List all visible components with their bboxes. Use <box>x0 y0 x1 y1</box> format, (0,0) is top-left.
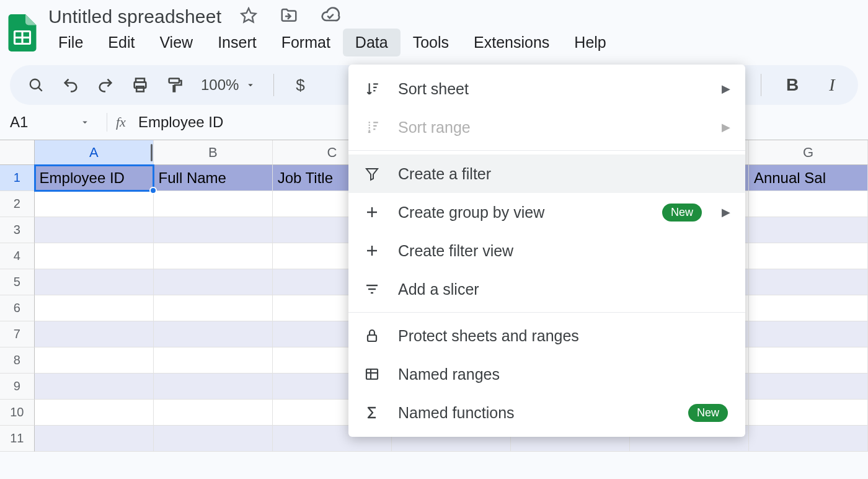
star-icon[interactable] <box>240 7 257 24</box>
cell[interactable] <box>749 295 868 321</box>
svg-line-5 <box>38 87 42 91</box>
cell[interactable] <box>154 217 273 243</box>
name-box[interactable]: A1 <box>9 114 102 131</box>
menu-help[interactable]: Help <box>562 29 618 56</box>
cell[interactable] <box>154 269 273 295</box>
cell[interactable] <box>749 217 868 243</box>
search-icon[interactable] <box>22 71 50 99</box>
menu-data[interactable]: Data <box>343 29 401 56</box>
cell[interactable] <box>749 191 868 217</box>
row-header-10[interactable]: 10 <box>0 400 35 426</box>
row-header-1[interactable]: 1 <box>0 165 35 191</box>
cell[interactable] <box>749 321 868 347</box>
col-header-B[interactable]: B <box>154 140 273 165</box>
cell[interactable] <box>749 269 868 295</box>
menu-protect-sheets[interactable]: Protect sheets and ranges <box>348 316 745 355</box>
submenu-arrow-icon: ▶ <box>722 120 730 134</box>
cell[interactable] <box>35 295 154 321</box>
cell[interactable] <box>35 374 154 400</box>
menu-tools[interactable]: Tools <box>401 29 461 56</box>
svg-point-4 <box>30 79 40 89</box>
menu-named-ranges[interactable]: Named ranges <box>348 355 745 393</box>
svg-rect-9 <box>169 79 179 83</box>
cell[interactable] <box>154 321 273 347</box>
row-header-8[interactable]: 8 <box>0 347 35 374</box>
cell[interactable] <box>154 426 273 452</box>
cell[interactable] <box>749 347 868 374</box>
row-header-2[interactable]: 2 <box>0 191 35 217</box>
menu-separator <box>348 150 745 151</box>
toolbar-separator <box>761 74 761 96</box>
sort-sheet-icon <box>363 80 381 97</box>
cell[interactable] <box>35 347 154 374</box>
svg-rect-26 <box>368 335 376 341</box>
zoom-select[interactable]: 100% <box>196 76 261 94</box>
cell[interactable] <box>35 426 154 452</box>
menu-create-group-view[interactable]: Create group by view New ▶ <box>348 193 745 231</box>
redo-icon[interactable] <box>92 71 119 99</box>
toolbar-separator <box>273 74 274 96</box>
menu-sort-sheet[interactable]: Sort sheet ▶ <box>348 69 745 108</box>
sheets-logo[interactable] <box>6 11 38 55</box>
menu-named-functions[interactable]: Named functions New <box>348 393 745 432</box>
cell[interactable] <box>154 400 273 426</box>
cell[interactable] <box>749 400 868 426</box>
cell[interactable] <box>749 426 868 452</box>
row-header-3[interactable]: 3 <box>0 217 35 243</box>
cell[interactable] <box>749 243 868 269</box>
cell[interactable] <box>154 243 273 269</box>
currency-button[interactable]: $ <box>286 71 314 99</box>
cell-A1[interactable]: Employee ID <box>35 165 154 191</box>
row-header-7[interactable]: 7 <box>0 321 35 347</box>
slicer-icon <box>363 280 381 298</box>
cell[interactable] <box>35 191 154 217</box>
menu-edit[interactable]: Edit <box>95 29 147 56</box>
row-header-11[interactable]: 11 <box>0 426 35 452</box>
cell-B1[interactable]: Full Name <box>154 165 273 191</box>
new-badge: New <box>662 204 702 222</box>
print-icon[interactable] <box>126 71 154 99</box>
row-header-4[interactable]: 4 <box>0 243 35 269</box>
cell[interactable] <box>35 243 154 269</box>
menu-create-filter[interactable]: Create a filter <box>348 154 745 193</box>
undo-icon[interactable] <box>57 71 84 99</box>
row-header-5[interactable]: 5 <box>0 269 35 295</box>
svg-rect-8 <box>136 86 144 91</box>
menu-view[interactable]: View <box>147 29 205 56</box>
cell[interactable] <box>154 295 273 321</box>
select-all-corner[interactable] <box>0 140 35 165</box>
menu-format[interactable]: Format <box>269 29 343 56</box>
svg-marker-3 <box>242 8 256 22</box>
col-header-A[interactable]: A <box>35 140 154 165</box>
sort-range-icon <box>363 119 381 136</box>
bold-button[interactable]: B <box>779 71 806 99</box>
italic-button[interactable]: I <box>818 71 846 99</box>
row-header-6[interactable]: 6 <box>0 295 35 321</box>
col-header-G[interactable]: G <box>749 140 868 165</box>
selection-handle[interactable] <box>149 187 157 194</box>
new-badge: New <box>688 404 728 422</box>
menu-insert[interactable]: Insert <box>205 29 269 56</box>
row-header-9[interactable]: 9 <box>0 374 35 400</box>
cloud-status-icon[interactable] <box>321 6 340 25</box>
paint-format-icon[interactable] <box>161 71 188 99</box>
cell[interactable] <box>154 191 273 217</box>
menu-add-slicer[interactable]: Add a slicer <box>348 270 745 308</box>
cell[interactable] <box>35 269 154 295</box>
cell[interactable] <box>154 347 273 374</box>
move-folder-icon[interactable] <box>280 6 298 25</box>
plus-icon <box>363 204 381 221</box>
cell-G1[interactable]: Annual Sal <box>749 165 868 191</box>
menu-extensions[interactable]: Extensions <box>461 29 562 56</box>
cell[interactable] <box>35 217 154 243</box>
svg-marker-18 <box>366 169 378 180</box>
submenu-arrow-icon: ▶ <box>722 82 730 96</box>
menu-file[interactable]: File <box>46 29 95 56</box>
cell[interactable] <box>749 374 868 400</box>
menu-create-filter-view[interactable]: Create filter view <box>348 231 745 270</box>
doc-title[interactable]: Untitled spreadsheet <box>45 4 225 27</box>
cell[interactable] <box>35 400 154 426</box>
cell[interactable] <box>154 374 273 400</box>
formula-input[interactable]: Employee ID <box>138 114 223 131</box>
cell[interactable] <box>35 321 154 347</box>
